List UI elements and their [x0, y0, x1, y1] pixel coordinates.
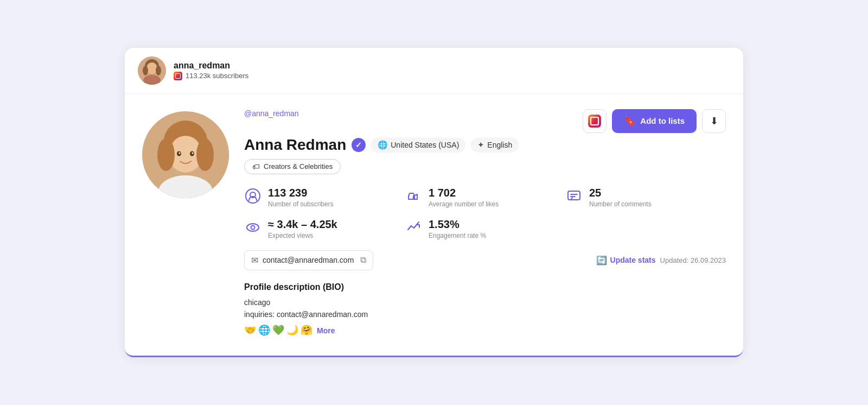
subscribers-icon: [244, 187, 261, 205]
add-to-lists-button[interactable]: 🔖 Add to lists: [612, 109, 697, 133]
engagement-label: Engagement rate %: [429, 232, 486, 239]
email-address: contact@annaredman.com: [263, 256, 354, 264]
name-row: Anna Redman ✓ 🌐 United States (USA) ✦ En…: [244, 136, 726, 154]
bio-section: Profile description (BIO) chicago inquir…: [244, 282, 726, 339]
stat-subscribers-info: 113 239 Number of subscribers: [268, 186, 334, 208]
bio-title: Profile description (BIO): [244, 282, 726, 292]
profile-avatar: [142, 111, 229, 198]
stats-grid: 113 239 Number of subscribers 1 702: [244, 186, 726, 239]
updated-date: Updated: 26.09.2023: [660, 256, 726, 264]
bio-emojis: 🤝 🌐 💚 🌙 🤗 More: [244, 322, 726, 338]
translate-icon: ✦: [477, 140, 484, 150]
header-avatar: [138, 56, 166, 85]
emoji-hug: 🤗: [301, 322, 312, 338]
bio-text: chicago inquiries: contact@annaredman.co…: [244, 296, 726, 339]
header-subscribers: 113.23k subscribers: [174, 72, 248, 80]
views-label: Expected views: [268, 232, 337, 239]
stat-engagement-info: 1.53% Engagement rate %: [429, 218, 486, 239]
profile-name: Anna Redman: [244, 136, 346, 154]
category-text: Creators & Celebrities: [264, 162, 333, 170]
card-body: @anna_redman 🔖 Add to lists ⬇ Anna R: [125, 94, 743, 356]
views-value: ≈ 3.4k – 4.25k: [268, 218, 337, 231]
language-tag: ✦ English: [471, 137, 519, 153]
comments-icon: [565, 187, 583, 205]
stat-views-info: ≈ 3.4k – 4.25k Expected views: [268, 218, 337, 239]
svg-point-11: [157, 138, 175, 171]
subscribers-value: 113 239: [268, 186, 334, 199]
globe-icon: 🌐: [378, 140, 388, 150]
profile-handle[interactable]: @anna_redman: [244, 109, 299, 118]
stat-subscribers: 113 239 Number of subscribers: [244, 186, 405, 208]
tag-icon: 🏷: [252, 162, 260, 171]
svg-point-4: [146, 62, 157, 74]
email-box: ✉ contact@annaredman.com ⧉: [244, 250, 373, 270]
emoji-globe: 🌐: [258, 322, 270, 338]
bio-line-2: inquiries: contact@annaredman.com: [244, 308, 726, 320]
likes-label: Average number of likes: [429, 200, 499, 208]
profile-top-row: @anna_redman 🔖 Add to lists ⬇: [244, 109, 726, 133]
header-ig-icon: [174, 72, 182, 80]
category-tag: 🏷 Creators & Celebrities: [244, 159, 341, 174]
add-to-lists-label: Add to lists: [640, 116, 685, 125]
instagram-icon: [588, 115, 601, 128]
views-icon: [244, 219, 261, 236]
likes-icon: [405, 187, 422, 205]
refresh-icon: 🔄: [596, 255, 607, 265]
stat-likes: 1 702 Average number of likes: [405, 186, 565, 208]
contact-row: ✉ contact@annaredman.com ⧉ 🔄 Update stat…: [244, 250, 726, 270]
instagram-button[interactable]: [583, 109, 607, 133]
subscribers-label: Number of subscribers: [268, 200, 334, 208]
bio-line-1: chicago: [244, 296, 726, 308]
likes-value: 1 702: [429, 186, 499, 199]
emoji-handshake: 🤝: [244, 322, 256, 338]
download-button[interactable]: ⬇: [702, 109, 726, 133]
comments-value: 25: [589, 186, 652, 199]
profile-main: @anna_redman 🔖 Add to lists ⬇ Anna R: [244, 109, 726, 339]
location-text: United States (USA): [391, 141, 459, 149]
header-username: anna_redman: [174, 61, 248, 71]
svg-point-6: [156, 66, 161, 75]
emoji-moon: 🌙: [286, 322, 298, 338]
engagement-value: 1.53%: [429, 218, 486, 231]
comments-label: Number of comments: [589, 200, 652, 208]
card-header: anna_redman 113.23k subscribers: [125, 48, 743, 94]
svg-point-12: [196, 138, 214, 171]
svg-point-24: [251, 225, 255, 229]
stat-comments-info: 25 Number of comments: [589, 186, 652, 208]
engagement-icon: [405, 219, 422, 236]
stat-views: ≈ 3.4k – 4.25k Expected views: [244, 218, 405, 239]
update-stats-area: 🔄 Update stats Updated: 26.09.2023: [596, 255, 726, 265]
svg-rect-20: [568, 191, 580, 200]
email-icon: ✉: [251, 255, 258, 265]
emoji-heart: 💚: [272, 322, 284, 338]
header-subscriber-count: 113.23k subscribers: [186, 72, 248, 80]
action-buttons: 🔖 Add to lists ⬇: [583, 109, 726, 133]
download-icon: ⬇: [710, 115, 718, 127]
language-text: English: [487, 141, 512, 149]
profile-card: anna_redman 113.23k subscribers: [125, 48, 743, 358]
bookmark-icon: 🔖: [624, 115, 636, 127]
stat-likes-info: 1 702 Average number of likes: [429, 186, 499, 208]
update-stats-label: Update stats: [610, 256, 656, 264]
stat-engagement: 1.53% Engagement rate %: [405, 218, 565, 239]
svg-point-5: [143, 66, 148, 75]
more-button[interactable]: More: [317, 325, 335, 337]
verified-badge: ✓: [352, 138, 366, 152]
location-tag: 🌐 United States (USA): [371, 137, 465, 153]
stat-comments: 25 Number of comments: [565, 186, 726, 208]
svg-point-17: [192, 152, 194, 154]
update-stats-button[interactable]: 🔄 Update stats: [596, 255, 656, 265]
svg-point-16: [179, 152, 181, 154]
svg-point-23: [247, 224, 259, 231]
header-info: anna_redman 113.23k subscribers: [174, 61, 248, 80]
copy-email-button[interactable]: ⧉: [360, 255, 366, 265]
